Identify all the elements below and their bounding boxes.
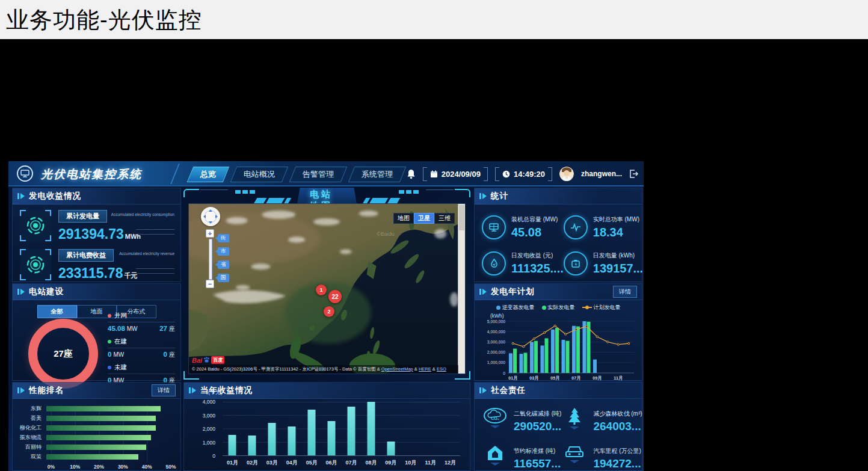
nav-tab-overview[interactable]: 总览 (187, 167, 230, 182)
frame-corner (455, 189, 470, 197)
revenue-bar (268, 423, 276, 456)
panel-annual-generation-plan: 发电年计划 详情 逆变器发电量 实际发电量 计划发电量 (kWh) 01,000… (474, 283, 642, 381)
panel-revenue-overview: 发电收益情况 累计发电量 Accumulated electricity con… (12, 188, 181, 282)
tab-all[interactable]: 全部 (37, 305, 77, 318)
zoom-level-province[interactable]: 省 (218, 260, 229, 269)
panel-title: 发电收益情况 (29, 191, 81, 202)
panel-arrow-icon (479, 193, 487, 199)
map-type-3d[interactable]: 三维 (434, 213, 455, 224)
ranking-bar (46, 435, 151, 440)
map-type-satellite[interactable]: 卫星 (414, 213, 434, 224)
ranking-bar-chart: 东辉荟美柳化化工振东物流百丽特双策 0%10%20%30%40%50% (13, 404, 180, 471)
donut-center-label: 27座 (54, 348, 73, 360)
svg-text:2,000,000: 2,000,000 (487, 350, 505, 354)
svg-text:4,000,000: 4,000,000 (487, 330, 505, 334)
revenue-bar (248, 436, 256, 455)
user-name: zhangwen... (581, 170, 622, 178)
solar-panel-icon (482, 215, 506, 239)
panel-station-map: 电站地图 (183, 188, 470, 380)
ranking-bar (46, 445, 146, 450)
panel-title: 电站建设 (29, 286, 64, 297)
decor-stripes (365, 198, 399, 203)
map-watermark: ©Baidu (377, 231, 395, 237)
ranking-detail-button[interactable]: 详情 (152, 384, 176, 396)
ranking-bar-row: 东辉 (13, 404, 180, 413)
chart-plot-area (223, 402, 460, 456)
stat-daily-revenue: 日发电收益 (元)111325.... (482, 251, 564, 276)
osm-link[interactable]: OpenStreetMap (381, 366, 413, 372)
legend-dot (108, 314, 111, 318)
ranking-x-axis: 0%10%20%30%40%50% (51, 464, 171, 471)
nav-tab-system[interactable]: 系统管理 (348, 167, 407, 182)
map-marker-cluster[interactable]: 1 (316, 285, 327, 295)
map-canvas[interactable]: ©Baidu 1 22 2 地图 卫星 三维 + − 街 市 省 国 (188, 203, 466, 374)
app-title: 光伏电站集控系统 (41, 167, 142, 182)
money-lock-icon (482, 251, 506, 276)
ranking-bar-row: 双策 (13, 452, 180, 461)
x-axis-labels: 01月02月03月04月05月06月07月08月09月10月11月12月 (223, 459, 460, 467)
revenue-bar (347, 407, 355, 455)
tree-icon (561, 407, 588, 435)
ranking-bar (46, 425, 156, 431)
screen: { "window": { "title": "业务功能-光伏监控" }, "h… (0, 0, 868, 471)
co2-icon: CO₂ (482, 407, 508, 435)
svg-text:CO₂: CO₂ (491, 416, 499, 420)
satellite-terrain (189, 204, 465, 374)
nav-tab-stations[interactable]: 电站概况 (230, 167, 289, 182)
zoom-level-city[interactable]: 市 (218, 247, 229, 256)
panel-arrow-icon (189, 387, 196, 393)
clock-icon (502, 170, 510, 178)
panel-social-responsibility: 社会责任 CO₂ 二氧化碳减排 (吨)290520... 减少森林砍伐 (m³)… (474, 382, 642, 471)
user-avatar[interactable] (559, 167, 574, 181)
browser-page-header: 业务功能-光伏监控 (0, 0, 868, 39)
date-display: 2024/09/09 (423, 167, 488, 181)
plan-detail-button[interactable]: 详情 (613, 286, 637, 298)
stat-value: 291394.73 (58, 226, 124, 242)
panel-arrow-icon (17, 387, 25, 393)
ranking-bar (46, 454, 138, 460)
map-marker-cluster[interactable]: 2 (324, 306, 334, 317)
scrollbar-thumb[interactable] (459, 205, 464, 230)
page-title: 业务功能-光伏监控 (6, 5, 202, 35)
panel-arrow-icon (479, 289, 487, 295)
panel-station-construction: 电站建设 全部 地面 分布式 27座 并网 45.08MW 27座 在建 0MW… (12, 283, 181, 381)
header-divider (170, 164, 180, 184)
svg-text:0: 0 (503, 371, 505, 375)
stat-forest-saved: 减少森林砍伐 (m³)264003... (561, 407, 642, 435)
bell-icon[interactable] (407, 169, 416, 179)
zoom-out-button[interactable]: − (206, 280, 214, 288)
ranking-bar (46, 406, 161, 411)
decor-stripes (255, 198, 289, 203)
panel-title: 社会责任 (491, 385, 526, 396)
panel-title: 性能排名 (29, 385, 64, 396)
legend-item-under-construction: 在建 0MW 0座 (108, 337, 175, 359)
map-type-switcher: 地图 卫星 三维 (393, 213, 455, 224)
map-scrollbar[interactable] (458, 204, 465, 374)
zoom-level-country[interactable]: 国 (218, 274, 229, 282)
map-marker-cluster[interactable]: 22 (328, 290, 342, 303)
zoom-level-street[interactable]: 街 (218, 234, 229, 242)
svg-text:05月: 05月 (550, 375, 559, 381)
logout-icon[interactable] (629, 170, 639, 178)
donut-chart-stations: 27座 (28, 319, 98, 389)
svg-text:11月: 11月 (614, 375, 623, 381)
svg-text:3,000,000: 3,000,000 (487, 340, 505, 344)
y-axis-unit: (kWh) (490, 313, 642, 319)
time-display: 14:49:20 (495, 167, 552, 181)
stat-installed-capacity: 装机总容量 (MW)45.08 (482, 215, 564, 239)
map-pan-control[interactable] (201, 207, 220, 226)
eso-link[interactable]: ESO (437, 366, 446, 372)
panel-arrow-icon (17, 193, 25, 199)
zoom-slider[interactable] (209, 239, 212, 280)
y-axis-unit: (千元) (208, 389, 223, 396)
map-attribution: © 2024 Baidu - GS(2023)3206号 - 甲测资字11111… (189, 365, 458, 374)
map-type-map[interactable]: 地图 (393, 213, 414, 224)
car-icon (561, 445, 588, 471)
plan-chart-legend: 逆变器发电量 实际发电量 计划发电量 (475, 304, 642, 312)
main-nav: 总览 电站概况 告警管理 系统管理 (190, 167, 403, 182)
nav-tab-alarms[interactable]: 告警管理 (289, 167, 348, 182)
zoom-in-button[interactable]: + (206, 229, 214, 238)
dashboard: 光伏电站集控系统 总览 电站概况 告警管理 系统管理 2024/09/09 14… (8, 161, 644, 471)
here-link[interactable]: HERE (419, 366, 431, 372)
y-axis-ticks: 01,0002,0003,0004,000 (184, 402, 219, 456)
